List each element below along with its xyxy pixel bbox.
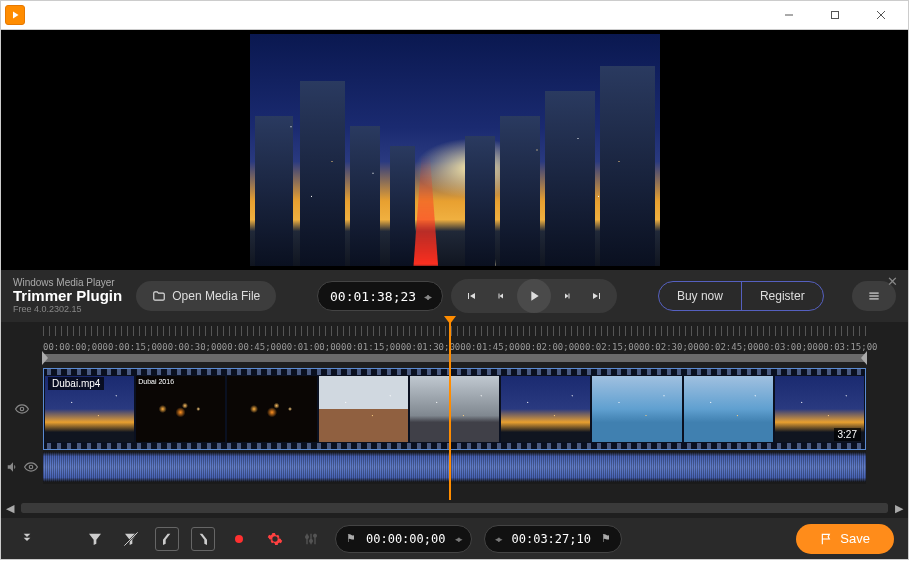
- save-label: Save: [840, 531, 870, 546]
- preview-frame: [250, 34, 660, 266]
- svg-point-9: [20, 407, 24, 411]
- thumbnail: [501, 376, 590, 442]
- trim-out-handle[interactable]: [861, 351, 867, 365]
- ruler-mark: 00:01:15;00: [341, 342, 401, 352]
- play-button[interactable]: [517, 279, 551, 313]
- speaker-icon[interactable]: [6, 460, 20, 474]
- video-track-gutter: [1, 368, 43, 450]
- ruler-mark: 00:03:15;00: [818, 342, 878, 352]
- in-timecode: 00:00:00;00: [366, 532, 445, 546]
- go-start-button[interactable]: [457, 282, 485, 310]
- waveform: [43, 452, 866, 482]
- out-flag-icon[interactable]: ⚑: [601, 532, 611, 545]
- ruler-mark: 00:00:15;00: [103, 342, 163, 352]
- timecode-nudge-icon[interactable]: ◂▸: [424, 291, 430, 302]
- app-icon: [5, 5, 25, 25]
- timecode-text: 00:01:38;23: [330, 289, 416, 304]
- thumbnail: [227, 376, 316, 442]
- ruler-mark: 00:00:45;00: [222, 342, 282, 352]
- main-toolbar: ✕ Windows Media Player Trimmer Plugin Fr…: [0, 270, 909, 322]
- svg-rect-4: [499, 294, 500, 299]
- ruler-mark: 00:02:30;00: [639, 342, 699, 352]
- clip-duration: 3:27: [834, 428, 861, 441]
- audio-clip[interactable]: [43, 450, 866, 484]
- svg-point-13: [235, 535, 243, 543]
- svg-rect-5: [569, 294, 570, 299]
- ruler-mark: 00:02:45;00: [699, 342, 759, 352]
- hamburger-icon: [867, 289, 881, 303]
- playhead[interactable]: [449, 322, 451, 500]
- record-icon[interactable]: [227, 527, 251, 551]
- thumbnail: Dubai 2016: [136, 376, 225, 442]
- in-flag-icon[interactable]: ⚑: [346, 532, 356, 545]
- minimize-button[interactable]: [766, 0, 812, 30]
- save-button[interactable]: Save: [796, 524, 894, 554]
- audio-track-gutter: [1, 450, 43, 484]
- app-title: Trimmer Plugin: [13, 288, 122, 305]
- open-media-button[interactable]: Open Media File: [136, 281, 276, 311]
- register-button[interactable]: Register: [741, 282, 823, 310]
- equalizer-icon: [299, 527, 323, 551]
- scroll-right-button[interactable]: ▶: [890, 499, 908, 517]
- close-button[interactable]: [858, 0, 904, 30]
- buy-now-button[interactable]: Buy now: [659, 282, 741, 310]
- ruler-mark: 00:01:00;00: [281, 342, 341, 352]
- eye-icon[interactable]: [24, 460, 38, 474]
- expand-toggle-icon[interactable]: [15, 527, 39, 551]
- out-nudge-icon[interactable]: ◂▸: [495, 534, 501, 544]
- open-media-label: Open Media File: [172, 289, 260, 303]
- ruler-mark: 00:03:00;00: [758, 342, 818, 352]
- ruler-mark: 00:01:30;00: [401, 342, 461, 352]
- time-ruler[interactable]: 00:00:00;0000:00:15;0000:00:30;0000:00:4…: [1, 322, 908, 354]
- video-preview[interactable]: [0, 30, 909, 270]
- svg-point-17: [306, 535, 309, 538]
- ruler-mark: 00:02:00;00: [520, 342, 580, 352]
- ruler-mark: 00:01:45;00: [460, 342, 520, 352]
- playback-controls: [451, 279, 617, 313]
- step-back-button[interactable]: [487, 282, 515, 310]
- go-end-button[interactable]: [583, 282, 611, 310]
- flag-icon: [820, 532, 834, 546]
- current-timecode[interactable]: 00:01:38;23 ◂▸: [317, 281, 443, 311]
- marker-filter-icon[interactable]: [83, 527, 107, 551]
- panel-close-icon[interactable]: ✕: [887, 274, 898, 289]
- in-point-control[interactable]: ⚑ 00:00:00;00 ◂▸: [335, 525, 472, 553]
- ruler-mark: 00:02:15;00: [579, 342, 639, 352]
- clip-name: Dubai.mp4: [48, 377, 104, 390]
- svg-point-10: [29, 465, 33, 469]
- scroll-track[interactable]: [21, 503, 888, 513]
- version-label: Free 4.0.2302.15: [13, 305, 122, 315]
- eye-icon[interactable]: [15, 402, 29, 416]
- window-titlebar: [0, 0, 909, 30]
- license-buttons: Buy now Register: [658, 281, 824, 311]
- svg-point-19: [314, 534, 317, 537]
- out-point-control[interactable]: ◂▸ 00:03:27;10 ⚑: [484, 525, 621, 553]
- out-timecode: 00:03:27;10: [511, 532, 590, 546]
- in-nudge-icon[interactable]: ◂▸: [455, 534, 461, 544]
- cut-right-icon[interactable]: [191, 527, 215, 551]
- thumbnail: [410, 376, 499, 442]
- maximize-button[interactable]: [812, 0, 858, 30]
- bottom-toolbar: ⚑ 00:00:00;00 ◂▸ ◂▸ 00:03:27;10 ⚑ Save: [0, 518, 909, 560]
- ruler-mark: 00:00:30;00: [162, 342, 222, 352]
- thumbnail: [592, 376, 681, 442]
- cut-left-icon[interactable]: [155, 527, 179, 551]
- settings-icon[interactable]: [263, 527, 287, 551]
- svg-point-18: [310, 539, 313, 542]
- video-clip[interactable]: Dubai.mp4 3:27 Dubai 2016: [43, 368, 866, 450]
- scroll-left-button[interactable]: ◀: [1, 499, 19, 517]
- scroll-thumb[interactable]: [21, 503, 888, 513]
- timeline: 00:00:00;0000:00:15;0000:00:30;0000:00:4…: [0, 322, 909, 498]
- trim-in-handle[interactable]: [42, 351, 48, 365]
- timeline-scrollbar: ◀ ▶: [0, 498, 909, 518]
- thumbnail: [684, 376, 773, 442]
- thumbnail: [319, 376, 408, 442]
- ruler-mark: 00:00:00;00: [43, 342, 103, 352]
- marker-clear-icon[interactable]: [119, 527, 143, 551]
- folder-icon: [152, 289, 166, 303]
- title-block: Windows Media Player Trimmer Plugin Free…: [13, 277, 122, 314]
- trim-range-bar[interactable]: [43, 354, 866, 362]
- step-forward-button[interactable]: [553, 282, 581, 310]
- svg-rect-1: [832, 12, 839, 19]
